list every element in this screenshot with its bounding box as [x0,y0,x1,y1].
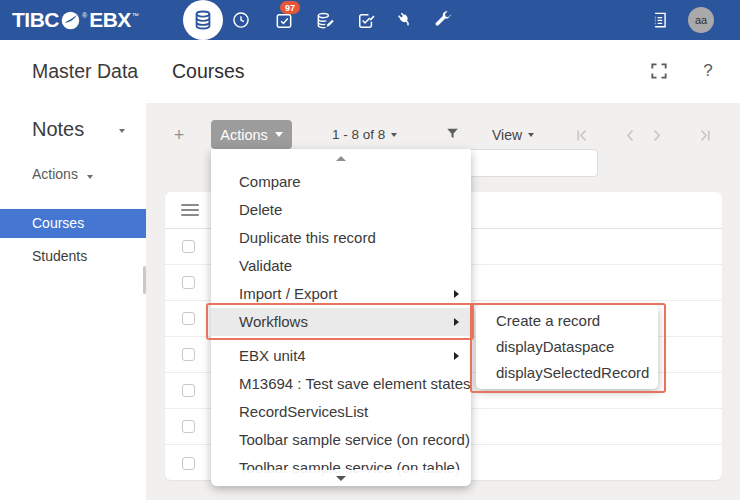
task-count-badge: 97 [280,1,300,14]
actions-dropdown-menu: Compare Delete Duplicate this record Val… [211,149,471,486]
first-page-icon [574,127,591,144]
add-record-button[interactable]: + [170,124,188,146]
database-icon [192,9,214,31]
submenu-item-displaydataspace[interactable]: displayDataspace [476,334,658,360]
audit-log-button[interactable] [648,10,668,30]
fullscreen-icon [649,61,669,81]
record-range-selector[interactable]: 1 - 8 of 8 [332,127,397,142]
ebx-application-window: TIBC ® EBX ™ 97 [0,0,740,500]
submenu-item-label: displayDataspace [496,338,614,355]
row-checkbox[interactable] [182,276,195,289]
menu-item-validate[interactable]: Validate [211,252,471,280]
clock-icon [231,10,251,30]
top-navigation-bar: TIBC ® EBX ™ 97 [0,0,740,40]
submenu-arrow-icon [454,352,459,360]
caret-down-icon [528,133,534,137]
data-perspective-button-selected[interactable] [183,0,223,40]
breadcrumb[interactable]: Master Data [32,60,142,83]
chevron-right-icon [648,127,665,144]
menu-scroll-down[interactable] [211,470,471,486]
chevron-left-icon [622,127,639,144]
menu-scroll-up[interactable] [211,149,471,168]
row-checkbox[interactable] [182,312,195,325]
sidebar-item-courses[interactable]: Courses [0,209,146,238]
menu-item-toolbar-on-record[interactable]: Toolbar sample service (on record) [211,426,471,454]
filter-button[interactable] [445,126,460,141]
menu-item-ebx-unit4[interactable]: EBX unit4 [211,342,471,370]
record-range-label: 1 - 8 of 8 [332,127,385,142]
tibco-o-swoosh-icon [60,10,81,31]
scroll-up-icon [336,156,346,161]
table-menu-icon[interactable] [181,201,199,219]
submenu-item-displayselectedrecord[interactable]: displaySelectedRecord [476,360,658,386]
page-header: Master Data Courses ? [0,40,740,103]
menu-item-duplicate[interactable]: Duplicate this record [211,224,471,252]
menu-item-import-export[interactable]: Import / Export [211,280,471,308]
sidebar-section-title[interactable]: Notes [32,118,84,141]
registered-mark: ® [82,12,87,19]
menu-item-label: M13694 : Test save element states [239,370,471,398]
validation-edit-button[interactable] [356,11,376,31]
submenu-arrow-icon [454,290,459,298]
menu-item-label: Toolbar sample service (on record) [239,426,470,454]
help-button[interactable]: ? [698,61,718,81]
user-avatar[interactable]: aa [688,7,714,33]
sidebar-actions-menu[interactable]: Actions [32,166,93,182]
fullscreen-button[interactable] [649,61,669,81]
history-button[interactable] [231,10,251,30]
prev-page-button[interactable] [622,127,639,144]
sidebar: Notes Actions Courses Students [0,103,146,500]
row-checkbox[interactable] [182,348,195,361]
caret-down-icon [391,133,397,137]
sidebar-item-students[interactable]: Students [0,242,146,271]
sidebar-item-label: Students [32,248,87,264]
first-page-button[interactable] [574,127,591,144]
menu-item-recordserviceslist[interactable]: RecordServicesList [211,398,471,426]
checkbox-check-icon [274,11,294,31]
caret-down-icon [87,175,93,179]
next-page-button[interactable] [648,127,665,144]
menu-item-label: Compare [239,168,301,196]
brand-tibco-text: TIBC [12,8,59,32]
actions-button-label: Actions [220,127,268,143]
last-page-button[interactable] [696,127,713,144]
list-panel-icon [648,10,668,30]
row-checkbox[interactable] [182,384,195,397]
view-selector[interactable]: View [492,127,534,143]
data-edit-button[interactable] [315,11,335,31]
menu-item-label: EBX unit4 [239,342,306,370]
tibco-ebx-logo: TIBC ® EBX ™ [12,0,141,40]
menu-item-label: RecordServicesList [239,398,368,426]
menu-item-m13694[interactable]: M13694 : Test save element states [211,370,471,398]
workflows-submenu: Create a record displayDataspace display… [476,305,658,389]
wrench-icon [432,10,452,30]
submenu-arrow-icon [454,318,459,326]
menu-item-workflows[interactable]: Workflows [211,308,471,336]
plug-icon [391,6,419,34]
database-pencil-icon [315,11,335,31]
menu-item-delete[interactable]: Delete [211,196,471,224]
menu-item-label: Import / Export [239,280,337,308]
integrations-button[interactable] [395,10,415,30]
menu-item-label: Validate [239,252,292,280]
sidebar-actions-label: Actions [32,166,78,182]
menu-item-label: Workflows [239,308,308,336]
filter-funnel-icon [445,126,460,141]
administration-button[interactable] [432,10,452,30]
submenu-item-create-a-record[interactable]: Create a record [476,308,658,334]
row-checkbox[interactable] [182,240,195,253]
table-actions-button[interactable]: Actions [211,120,292,149]
menu-item-compare[interactable]: Compare [211,168,471,196]
last-page-icon [696,127,713,144]
scroll-down-icon [336,476,346,481]
row-checkbox[interactable] [182,457,195,470]
brand-ebx-text: EBX [89,8,131,32]
table-search-box [466,149,598,177]
section-caret-icon[interactable] [119,129,125,133]
row-checkbox[interactable] [182,420,195,433]
submenu-item-label: displaySelectedRecord [496,364,649,381]
menu-item-label: Delete [239,196,282,224]
workflow-tasks-button[interactable] [274,11,294,31]
search-input[interactable] [467,150,597,176]
menu-item-label: Duplicate this record [239,224,376,252]
